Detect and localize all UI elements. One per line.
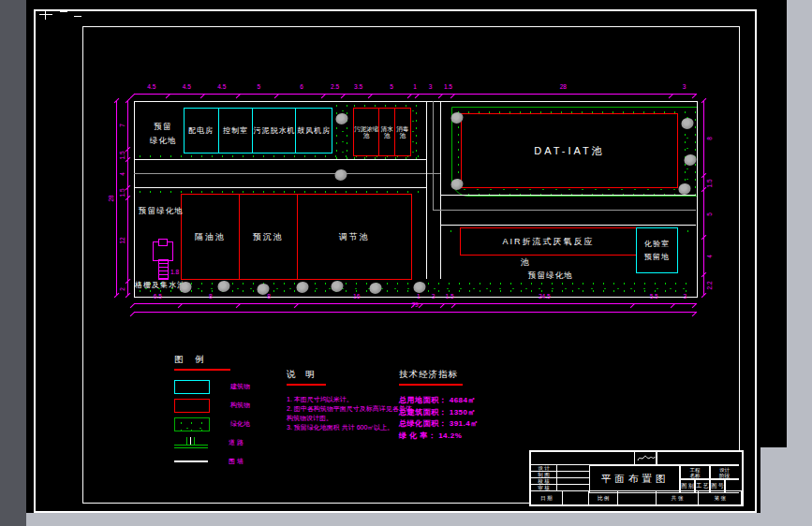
signature-script [637, 453, 656, 463]
room-cell: 隔油池 [182, 195, 239, 279]
mid-pools-block: 隔油池预沉池调节池 [181, 194, 412, 280]
titleblock-top-right-cell [656, 452, 739, 465]
room-cell: 鼓风机房 [295, 109, 332, 153]
right-chrome-band [787, 0, 812, 526]
dimension-value: 4.5 [147, 84, 155, 90]
dimension-value: 4.5 [217, 84, 226, 90]
legend-symbol-green-dots [174, 417, 210, 431]
dimension-value: 3 [683, 84, 687, 90]
dimension-value: 5 [707, 212, 713, 216]
lab-reserved-box: 化验室 预留地 [636, 227, 678, 273]
dimension-value: 3 [429, 84, 433, 90]
dim-left-total: 28 [109, 101, 120, 296]
lab-label-line2: 预留地 [644, 252, 670, 262]
road-edge [440, 225, 696, 226]
legend-label: 构筑物 [230, 401, 250, 410]
dimension-value: 4 [707, 255, 713, 258]
text-line: 构筑物设计图。 [287, 414, 397, 423]
room-label: 清水池 [379, 125, 394, 139]
dimension-value: 8 [267, 294, 271, 300]
legend-block: 图 例 建筑物构筑物绿化地道 路围 墙 [174, 354, 288, 466]
dat-iat-label: DAT-IAT池 [534, 144, 605, 158]
cad-drawing-viewport: 配电房控制室污泥脱水机鼓风机房 污泥浓缩池清水池消毒池 DAT-IAT池 隔油池… [0, 0, 812, 526]
text-line: 总绿化面积： 391.4㎡ [399, 418, 493, 431]
dimension-value: 5 [258, 84, 261, 90]
road-centerline [433, 210, 696, 211]
left-chrome-band [0, 0, 26, 526]
titleblock-bottom-cell: 共 张 [657, 491, 700, 504]
dimension-value: 1 [413, 84, 417, 90]
titleblock-bottom-cell: 日 期 [531, 491, 563, 504]
titleblock-bottom-row: 日 期比 例共 张第 张 [531, 490, 742, 504]
legend-items: 建筑物构筑物绿化地道 路围 墙 [174, 380, 288, 468]
trim-mark [45, 9, 46, 20]
dimension-line [116, 101, 117, 296]
room-cell: 配电房 [185, 109, 218, 153]
road-centerline [134, 173, 440, 174]
screen-well-label: 格栅及集水池 [135, 280, 185, 290]
legend-symbol-red-box [174, 399, 210, 413]
green-label-top-left: 预留 绿化地 [142, 120, 184, 148]
titleblock-bottom-cell [618, 491, 657, 504]
dim-bottom-total: 79 [134, 304, 696, 314]
road-edge [134, 187, 426, 188]
drawing-title-cell: 平面布置图 [589, 465, 681, 493]
dimension-value: 8 [707, 137, 713, 140]
title-block: 设 计制 图校 核审 核 平面布置图 工程 名称 设计 阶段 图 别 工 艺 图… [529, 450, 744, 506]
room-label: 配电房 [188, 125, 214, 136]
dimension-value: 2 [120, 287, 125, 291]
room-label: 调节池 [339, 231, 370, 243]
dimension-value: 2.5 [331, 84, 339, 90]
dat-iat-pool: DAT-IAT池 [461, 113, 678, 188]
room-label: 隔油池 [195, 231, 226, 243]
room-cell: 污泥脱水机 [252, 109, 295, 153]
titleblock-signature-cell [634, 452, 657, 465]
legend-label: 建筑物 [230, 382, 250, 391]
dimension-value: 4.5 [183, 84, 191, 90]
road-edge [440, 101, 441, 279]
room-cell: 清水池 [378, 109, 394, 155]
dimension-value: 5.5 [650, 294, 658, 300]
titleblock-row-value [557, 465, 589, 472]
trim-mark [39, 14, 52, 15]
room-cell: 预沉池 [239, 195, 297, 279]
dim-right: 81.5542.2 [701, 101, 712, 296]
text-line: 1. 本图尺寸均以米计。 [287, 395, 397, 404]
indicators-underline [399, 384, 463, 386]
road-centerline [433, 101, 434, 210]
screen-well-symbol-ladder [158, 259, 169, 280]
room-label: 鼓风机房 [297, 125, 331, 136]
legend-item: 围 墙 [174, 455, 288, 468]
abr-reactor-pool: AIR折流式厌氧反应 [460, 227, 637, 256]
legend-underline [174, 369, 230, 371]
dimension-value: 6 [300, 84, 303, 90]
lab-label-line1: 化验室 [644, 239, 670, 249]
legend-symbol-cyan-box [174, 380, 210, 394]
dimension-value: 3.5 [354, 84, 362, 90]
room-label: 污泥脱水机 [253, 125, 295, 136]
dimension-line [703, 101, 704, 296]
dimension-value: 5 [390, 84, 393, 90]
notes-lines: 1. 本图尺寸均以米计。2. 图中各构筑物平面尺寸及标高详见各单体 构筑物设计图… [287, 395, 397, 432]
titleblock-row-value [557, 472, 589, 478]
dimension-value: 12 [120, 237, 125, 243]
text-line: 总用地面积： 4684㎡ [399, 395, 493, 407]
dimension-value: 1.5 [707, 179, 713, 187]
dim-left: 71.541.5122 [120, 101, 131, 296]
room-label: 预沉池 [253, 231, 284, 243]
trim-mark [60, 11, 67, 12]
dimension-value: 79 [411, 302, 418, 308]
room-label: 消毒池 [395, 125, 410, 139]
room-cell: 污泥浓缩池 [354, 109, 378, 155]
titleblock-left-rows: 设 计制 图校 核审 核 [531, 465, 589, 491]
room-cell: 消毒池 [394, 109, 410, 155]
dimension-value: 8 [209, 294, 213, 300]
bottom-chrome-band [26, 513, 812, 526]
legend-label: 围 墙 [229, 457, 244, 466]
green-label-line1: 预留 [155, 122, 172, 131]
road-edge [134, 159, 426, 160]
indicators-block: 技术经济指标 总用地面积： 4684㎡总建筑面积： 1350㎡总绿化面积： 39… [399, 369, 493, 444]
trim-mark [74, 16, 81, 17]
notes-underline [287, 384, 326, 386]
text-line: 3. 预留绿化地面积 共计 600㎡以上。 [287, 423, 397, 432]
